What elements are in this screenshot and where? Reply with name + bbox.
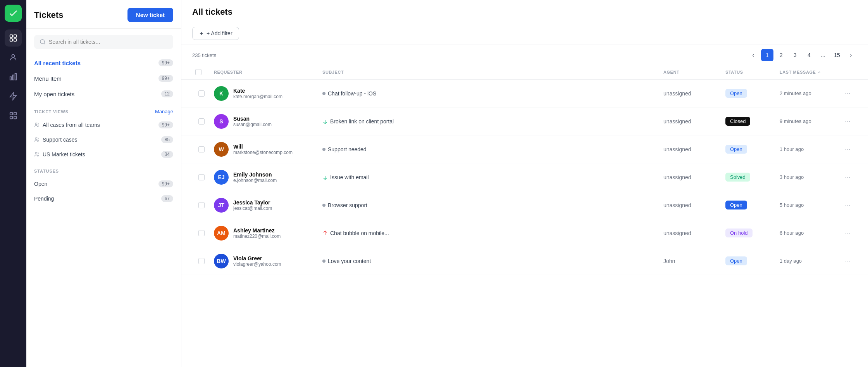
ticket-view-item[interactable]: US Market tickets 34 <box>34 147 173 162</box>
requester-email: matinez220@mail.com <box>233 234 281 239</box>
requester-cell: EJ Emily Johnson e.johnson@mail.com <box>211 170 319 185</box>
status-cell: On hold <box>722 229 777 237</box>
page-3-button[interactable]: 3 <box>789 49 801 61</box>
more-options-button[interactable]: ··· <box>839 173 857 181</box>
table-row[interactable]: JT Jessica Taylor jessicat@mail.com Brow… <box>181 191 868 219</box>
more-options-button[interactable]: ··· <box>839 201 857 209</box>
nav-apps-icon[interactable] <box>5 107 22 124</box>
next-page-button[interactable]: › <box>845 49 857 61</box>
table-row[interactable]: AM Ashley Martinez matinez220@mail.com C… <box>181 219 868 247</box>
agent-cell: unassigned <box>660 118 722 125</box>
filter-bar: + Add filter <box>181 22 868 45</box>
requester-info: Will markstone@stonecomp.com <box>233 144 293 155</box>
status-cell: Open <box>722 201 777 209</box>
subject-text: Browser support <box>328 202 367 208</box>
nav-tickets-icon[interactable] <box>5 29 22 47</box>
view-item-left: US Market tickets <box>34 151 85 158</box>
svg-rect-2 <box>10 39 12 41</box>
table-row[interactable]: W Will markstone@stonecomp.com Support n… <box>181 135 868 163</box>
ticket-view-item[interactable]: All cases from all teams 99+ <box>34 118 173 132</box>
more-options-button[interactable]: ··· <box>839 145 857 153</box>
prev-page-button[interactable]: ‹ <box>747 49 760 61</box>
icon-sidebar <box>0 0 26 367</box>
page-1-button[interactable]: 1 <box>761 49 773 61</box>
requester-email: susan@gmail.com <box>233 122 272 127</box>
subject-text: Chat follow-up - iOS <box>328 90 376 97</box>
table-row[interactable]: BW Viola Greer violagreer@yahoo.com Love… <box>181 247 868 275</box>
row-checkbox-cell <box>192 90 211 97</box>
pagination: ‹ 1 2 3 4 ... 15 › <box>747 49 857 61</box>
row-checkbox[interactable] <box>198 174 205 180</box>
manage-link[interactable]: Manage <box>155 109 173 114</box>
row-checkbox[interactable] <box>198 230 205 236</box>
table-row[interactable]: S Susan susan@gmail.com Broken link on c… <box>181 107 868 135</box>
row-checkbox[interactable] <box>198 146 205 152</box>
agent-cell: unassigned <box>660 146 722 152</box>
svg-rect-0 <box>10 35 12 37</box>
nav-lightning-icon[interactable] <box>5 88 22 105</box>
nav-reports-icon[interactable] <box>5 68 22 85</box>
view-item-badge: 34 <box>161 151 173 158</box>
table-row[interactable]: EJ Emily Johnson e.johnson@mail.com Issu… <box>181 163 868 191</box>
select-all-checkbox[interactable] <box>195 69 202 75</box>
avatar: JT <box>214 198 229 213</box>
statuses-list: Open 99+ Pending 67 <box>34 177 173 206</box>
requester-cell: K Kate kate.morgan@mail.com <box>211 86 319 101</box>
requester-cell: W Will markstone@stonecomp.com <box>211 142 319 157</box>
page-4-button[interactable]: 4 <box>803 49 815 61</box>
nav-menu-item[interactable]: Menu Item 99+ <box>34 71 173 86</box>
row-checkbox-cell <box>192 118 211 125</box>
new-ticket-button[interactable]: New ticket <box>127 8 173 22</box>
requester-email: kate.morgan@mail.com <box>233 94 282 99</box>
nav-my-open-tickets[interactable]: My open tickets 12 <box>34 86 173 102</box>
nav-contacts-icon[interactable] <box>5 49 22 66</box>
svg-rect-5 <box>10 77 12 80</box>
add-filter-label: + Add filter <box>207 30 232 36</box>
tickets-count: 235 tickets <box>192 52 216 58</box>
svg-rect-10 <box>10 116 12 119</box>
status-item[interactable]: Pending 67 <box>34 191 173 206</box>
avatar: S <box>214 114 229 129</box>
more-options-button[interactable]: ··· <box>839 117 857 125</box>
row-checkbox-cell <box>192 230 211 236</box>
more-options-button[interactable]: ··· <box>839 89 857 97</box>
subject-text: Support needed <box>328 146 367 152</box>
ticket-views-label: TICKET VIEWS <box>34 109 69 114</box>
view-item-left: All cases from all teams <box>34 122 100 128</box>
requester-name: Ashley Martinez <box>233 227 281 234</box>
search-input[interactable] <box>49 39 168 45</box>
left-panel: Tickets New ticket All recent tickets 99… <box>26 0 181 367</box>
row-checkbox[interactable] <box>198 258 205 264</box>
add-filter-button[interactable]: + Add filter <box>192 27 239 40</box>
more-options-button[interactable]: ··· <box>839 257 857 265</box>
row-checkbox[interactable] <box>198 118 205 125</box>
requester-email: e.johnson@mail.com <box>233 178 277 183</box>
view-item-label: All cases from all teams <box>43 122 100 128</box>
svg-rect-6 <box>12 75 14 80</box>
requester-name: Susan <box>233 116 272 122</box>
row-checkbox[interactable] <box>198 202 205 208</box>
requester-info: Viola Greer violagreer@yahoo.com <box>233 255 281 267</box>
status-cell: Open <box>722 89 777 98</box>
team-icon <box>34 137 40 142</box>
subject-cell: Chat follow-up - iOS <box>319 90 660 97</box>
status-cell: Closed <box>722 117 777 126</box>
agent-cell: unassigned <box>660 174 722 180</box>
statuses-label: STATUSES <box>34 169 59 173</box>
table-header: REQUESTER SUBJECT AGENT STATUS LAST MESS… <box>181 65 868 80</box>
app-logo[interactable] <box>5 5 22 22</box>
menu-item-label: Menu Item <box>34 75 62 82</box>
status-badge: Open <box>725 145 747 154</box>
time-cell: 5 hour ago <box>777 202 839 208</box>
page-15-button[interactable]: 15 <box>831 49 843 61</box>
ticket-views-list: All cases from all teams 99+ Support cas… <box>34 118 173 162</box>
svg-rect-3 <box>14 39 16 41</box>
view-item-badge: 99+ <box>158 121 173 128</box>
row-checkbox[interactable] <box>198 90 205 97</box>
status-item[interactable]: Open 99+ <box>34 177 173 191</box>
table-row[interactable]: K Kate kate.morgan@mail.com Chat follow-… <box>181 80 868 107</box>
nav-all-recent-tickets[interactable]: All recent tickets 99+ <box>34 55 173 71</box>
ticket-view-item[interactable]: Support cases 85 <box>34 132 173 147</box>
page-2-button[interactable]: 2 <box>775 49 787 61</box>
more-options-button[interactable]: ··· <box>839 229 857 237</box>
